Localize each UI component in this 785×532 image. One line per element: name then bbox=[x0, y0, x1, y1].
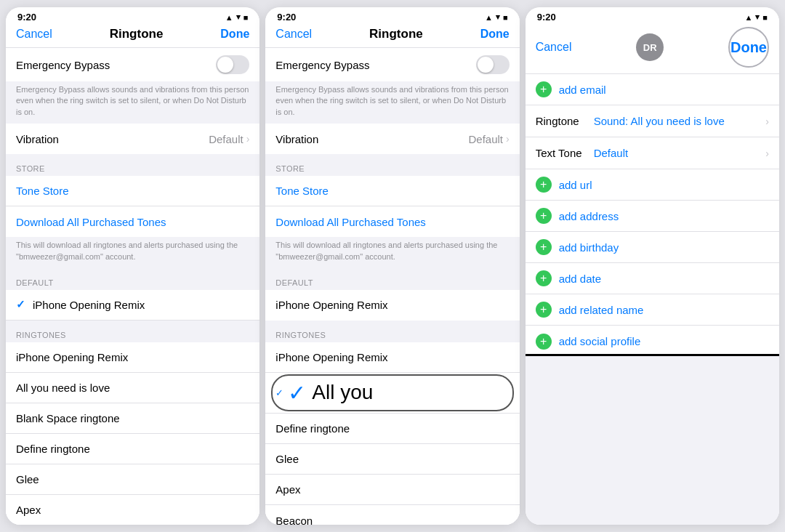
vibration-section-2: Vibration Default › bbox=[265, 124, 519, 154]
battery-icon-1: ■ bbox=[243, 13, 249, 22]
ringtone-row-2-apex[interactable]: Apex bbox=[265, 475, 519, 505]
signal-icon-3: ▲ bbox=[744, 13, 752, 22]
status-icons-2: ▲ ▾ ■ bbox=[485, 12, 508, 22]
ringtone-row-2-define[interactable]: Define ringtone bbox=[265, 414, 519, 444]
add-url-section: + add url bbox=[526, 169, 779, 201]
default-section-1: ✓ iPhone Opening Remix bbox=[6, 290, 259, 321]
download-row-2[interactable]: Download All Purchased Tones bbox=[265, 206, 519, 237]
download-subtext-2: This will download all ringtones and ale… bbox=[265, 237, 519, 268]
vibration-row-1[interactable]: Vibration Default › bbox=[6, 124, 259, 154]
cancel-button-3[interactable]: Cancel bbox=[536, 41, 572, 54]
screen-1: 9:20 ▲ ▾ ■ Cancel Ringtone Done Emergenc… bbox=[6, 7, 259, 525]
status-bar-1: 9:20 ▲ ▾ ■ bbox=[6, 7, 259, 24]
add-birthday-label: add birthday bbox=[559, 241, 619, 254]
add-birthday-plus-icon: + bbox=[536, 239, 552, 255]
time-2: 9:20 bbox=[277, 12, 296, 23]
add-address-row[interactable]: + add address bbox=[526, 201, 779, 232]
vibration-value-2: Default bbox=[468, 133, 503, 145]
default-header-1: DEFAULT bbox=[6, 268, 259, 290]
ringtone-row-2-beacon[interactable]: Beacon bbox=[265, 505, 519, 525]
screen-2: 9:20 ▲ ▾ ■ Cancel Ringtone Done Emergenc… bbox=[265, 7, 519, 525]
default-ringtone-row-2[interactable]: iPhone Opening Remix bbox=[265, 290, 519, 321]
download-label-2: Download All Purchased Tones bbox=[275, 216, 509, 228]
add-related-row[interactable]: + add related name bbox=[526, 294, 779, 326]
ringtones-header-1: RINGTONES bbox=[6, 321, 259, 342]
emergency-bypass-row-2: Emergency Bypass bbox=[265, 48, 519, 81]
tone-store-row-1[interactable]: Tone Store bbox=[6, 176, 259, 206]
done-button-3[interactable]: Done bbox=[728, 27, 769, 68]
add-social-label: add social profile bbox=[559, 335, 641, 347]
status-bar-3: 9:20 ▲ ▾ ■ bbox=[526, 7, 779, 24]
status-bar-2: 9:20 ▲ ▾ ■ bbox=[265, 7, 519, 24]
emergency-bypass-row-1: Emergency Bypass bbox=[6, 48, 259, 81]
status-icons-1: ▲ ▾ ■ bbox=[225, 12, 249, 22]
vibration-chevron-2: › bbox=[506, 133, 510, 145]
emergency-toggle-1[interactable] bbox=[216, 55, 249, 74]
add-address-label: add address bbox=[559, 210, 619, 222]
emergency-section-1: Emergency Bypass bbox=[6, 48, 259, 81]
big-check-icon: ✓ bbox=[288, 380, 306, 406]
emergency-toggle-2[interactable] bbox=[476, 55, 510, 74]
default-ringtone-label-1: iPhone Opening Remix bbox=[33, 299, 145, 311]
add-social-section: + add social profile bbox=[526, 326, 779, 356]
tone-store-row-2[interactable]: Tone Store bbox=[265, 176, 519, 206]
ringtone-row-2-highlighted[interactable]: ✓ ✓ All you bbox=[265, 373, 519, 414]
add-email-row[interactable]: + add email bbox=[526, 74, 779, 105]
add-url-row[interactable]: + add url bbox=[526, 169, 779, 201]
add-date-row[interactable]: + add date bbox=[526, 263, 779, 294]
toggle-container-1 bbox=[216, 55, 249, 74]
ringtone-section: Ringtone Sound: All you need is love › bbox=[526, 105, 779, 137]
toggle-container-2 bbox=[476, 55, 510, 74]
battery-icon-2: ■ bbox=[503, 13, 508, 22]
oval-outline bbox=[271, 374, 513, 411]
screens-container: 9:20 ▲ ▾ ■ Cancel Ringtone Done Emergenc… bbox=[0, 0, 785, 532]
ringtone-row-define[interactable]: Define ringtone bbox=[6, 434, 259, 464]
cancel-button-1[interactable]: Cancel bbox=[16, 28, 52, 41]
ringtone-row-iphone[interactable]: iPhone Opening Remix bbox=[6, 342, 259, 373]
vibration-section-1: Vibration Default › bbox=[6, 124, 259, 154]
ringtone-row-allyouneed[interactable]: All you need is love bbox=[6, 373, 259, 403]
wifi-icon-2: ▾ bbox=[496, 12, 500, 22]
time-3: 9:20 bbox=[537, 12, 556, 23]
text-tone-label: Text Tone bbox=[536, 147, 594, 159]
ringtone-row-glee[interactable]: Glee bbox=[6, 464, 259, 495]
ringtone-row-blank[interactable]: Blank Space ringtone bbox=[6, 403, 259, 434]
emergency-section-2: Emergency Bypass bbox=[265, 48, 519, 81]
wifi-icon-3: ▾ bbox=[755, 12, 760, 22]
signal-icon-1: ▲ bbox=[225, 13, 233, 22]
add-social-row[interactable]: + add social profile bbox=[526, 326, 779, 356]
vibration-value-1: Default bbox=[209, 133, 243, 145]
ringtone-label: Ringtone bbox=[536, 115, 594, 127]
add-related-plus-icon: + bbox=[536, 302, 552, 318]
avatar: DR bbox=[636, 33, 664, 61]
tone-store-label-1: Tone Store bbox=[16, 185, 249, 197]
nav-title-2: Ringtone bbox=[369, 27, 423, 41]
ringtone-chevron: › bbox=[765, 116, 769, 127]
ringtone-row-2-glee[interactable]: Glee bbox=[265, 444, 519, 475]
vibration-row-2[interactable]: Vibration Default › bbox=[265, 124, 519, 154]
store-header-2: STORE bbox=[265, 154, 519, 176]
add-url-label: add url bbox=[559, 179, 592, 191]
ringtone-row[interactable]: Ringtone Sound: All you need is love › bbox=[526, 105, 779, 137]
add-birthday-row[interactable]: + add birthday bbox=[526, 232, 779, 263]
add-email-label: add email bbox=[559, 84, 606, 96]
download-label-1: Download All Purchased Tones bbox=[16, 216, 249, 228]
text-tone-row[interactable]: Text Tone Default › bbox=[526, 137, 779, 169]
emergency-subtext-1: Emergency Bypass allows sounds and vibra… bbox=[6, 81, 259, 124]
add-social-plus-icon: + bbox=[536, 334, 552, 350]
add-date-section: + add date bbox=[526, 263, 779, 294]
contact-nav: Cancel DR Done bbox=[526, 24, 779, 74]
cancel-button-2[interactable]: Cancel bbox=[275, 28, 312, 41]
download-subtext-1: This will download all ringtones and ale… bbox=[6, 237, 259, 268]
ringtone-row-apex[interactable]: Apex bbox=[6, 495, 259, 525]
ringtone-row-2-iphone[interactable]: iPhone Opening Remix bbox=[265, 342, 519, 373]
default-ringtone-row-1[interactable]: ✓ iPhone Opening Remix bbox=[6, 290, 259, 321]
add-email-section: + add email bbox=[526, 74, 779, 105]
tone-store-label-2: Tone Store bbox=[275, 185, 509, 197]
download-row-1[interactable]: Download All Purchased Tones bbox=[6, 206, 259, 237]
add-address-section: + add address bbox=[526, 201, 779, 232]
done-button-2[interactable]: Done bbox=[480, 28, 510, 41]
done-button-1[interactable]: Done bbox=[220, 28, 249, 41]
signal-icon-2: ▲ bbox=[485, 13, 493, 22]
text-tone-chevron: › bbox=[765, 148, 769, 159]
